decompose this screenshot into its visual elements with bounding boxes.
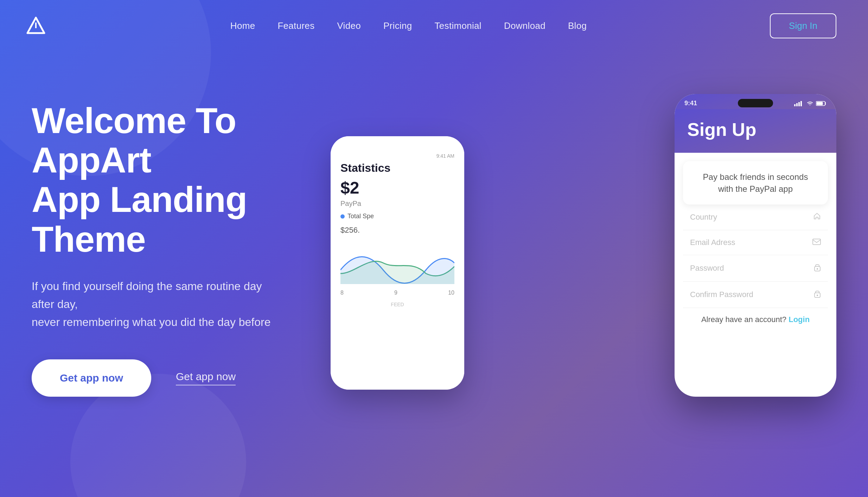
hero-buttons: Get app now Get app now <box>32 359 320 397</box>
svg-rect-4 <box>798 102 800 106</box>
chart-x-labels: 8 9 10 <box>340 290 454 296</box>
home-icon <box>813 212 821 222</box>
statistics-total-spend: Total Spe <box>340 213 454 220</box>
country-field[interactable]: Country <box>683 205 828 230</box>
sidebar-item-testimonial[interactable]: Testimonial <box>435 20 481 31</box>
svg-point-10 <box>817 268 818 270</box>
paypal-card: Pay back friends in secondswith the PayP… <box>683 161 828 205</box>
phone-signup-body: Pay back friends in secondswith the PayP… <box>675 161 836 331</box>
sidebar-item-home[interactable]: Home <box>230 20 255 31</box>
svg-rect-8 <box>813 239 821 245</box>
nav-features-link[interactable]: Features <box>277 20 314 31</box>
svg-rect-5 <box>800 101 802 106</box>
battery-icon <box>816 101 826 106</box>
svg-point-12 <box>817 295 818 296</box>
paypal-description: Pay back friends in secondswith the PayP… <box>691 171 819 195</box>
nav-blog-link[interactable]: Blog <box>568 20 587 31</box>
phone-time: 9:41 <box>684 100 697 107</box>
password-field[interactable]: Password <box>683 255 828 282</box>
phone-front-signup: 9:41 <box>675 94 836 397</box>
hero-title: Welcome To AppArt App Landing Theme <box>32 101 320 259</box>
hero-subtitle: If you find yourself doing the same rout… <box>32 277 278 332</box>
statistics-screen: 9:41 AM Statistics $2 PayPa Total Spe $2… <box>331 136 464 390</box>
wifi-icon <box>806 101 814 106</box>
back-status-bar: 9:41 AM <box>340 153 454 159</box>
confirm-password-field[interactable]: Confirm Password <box>683 282 828 308</box>
get-app-primary-button[interactable]: Get app now <box>32 359 151 397</box>
statistics-chart <box>340 242 454 284</box>
email-field[interactable]: Email Adress <box>683 230 828 255</box>
statistics-pay-label: PayPa <box>340 200 454 208</box>
hero-phones: 9:41 AM Statistics $2 PayPa Total Spe $2… <box>320 80 836 397</box>
statistics-amount: $2 <box>340 178 454 197</box>
nav-pricing-link[interactable]: Pricing <box>383 20 412 31</box>
phone-notch <box>738 99 773 107</box>
svg-rect-2 <box>794 104 796 106</box>
nav-links: Home Features Video Pricing Testimonial … <box>230 20 587 31</box>
phone-signup-header: Sign Up <box>675 109 836 153</box>
login-line: Alreay have an account? Login <box>675 308 836 331</box>
hero-left: Welcome To AppArt App Landing Theme If y… <box>32 80 320 397</box>
logo <box>25 15 47 37</box>
dot-icon <box>340 214 345 219</box>
logo-icon <box>25 15 47 37</box>
phone-status-icons <box>794 101 826 106</box>
svg-rect-3 <box>796 103 798 106</box>
get-app-secondary-button[interactable]: Get app now <box>176 371 236 385</box>
mail-icon <box>812 238 821 247</box>
phone-back-statistics: 9:41 AM Statistics $2 PayPa Total Spe $2… <box>331 136 464 390</box>
sidebar-item-video[interactable]: Video <box>337 20 361 31</box>
signin-button[interactable]: Sign In <box>770 13 836 38</box>
hero-section: Welcome To AppArt App Landing Theme If y… <box>0 52 868 397</box>
nav-video-link[interactable]: Video <box>337 20 361 31</box>
statistics-small-amount: $256. <box>340 226 454 235</box>
login-link[interactable]: Login <box>789 315 810 324</box>
lock-icon <box>814 263 821 273</box>
navbar: Home Features Video Pricing Testimonial … <box>0 0 868 52</box>
signal-icon <box>794 101 804 106</box>
sidebar-item-blog[interactable]: Blog <box>568 20 587 31</box>
nav-home-link[interactable]: Home <box>230 20 255 31</box>
front-status-bar: 9:41 <box>675 94 836 109</box>
sidebar-item-download[interactable]: Download <box>504 20 545 31</box>
sidebar-item-features[interactable]: Features <box>277 20 314 31</box>
signup-title: Sign Up <box>687 119 824 140</box>
back-footer-label: FEED <box>340 302 454 307</box>
confirm-lock-icon <box>814 289 821 300</box>
nav-testimonial-link[interactable]: Testimonial <box>435 20 481 31</box>
nav-download-link[interactable]: Download <box>504 20 545 31</box>
statistics-title: Statistics <box>340 162 454 175</box>
sidebar-item-pricing[interactable]: Pricing <box>383 20 412 31</box>
svg-rect-7 <box>817 102 823 105</box>
